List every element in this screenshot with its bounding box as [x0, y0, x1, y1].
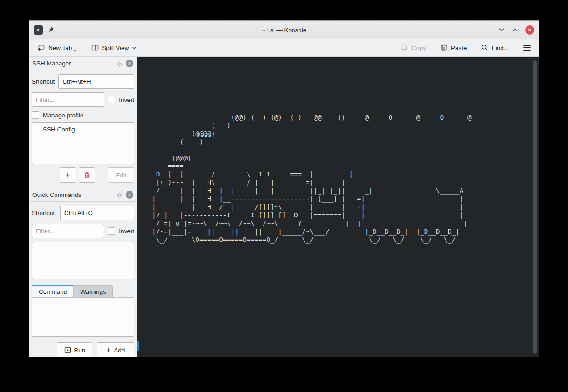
run-button[interactable]: Run: [57, 342, 92, 357]
quick-commands-header[interactable]: Quick Commands ◇ ×: [29, 188, 137, 202]
find-label: Find...: [492, 45, 509, 51]
terminal-pane[interactable]: (@@) ( ) (@) ( ) @@ () @ O @ O @ ( ) (@@…: [137, 57, 539, 357]
split-view-chevron-icon: [132, 46, 137, 50]
terminal-output: (@@) ( ) (@) ( ) @@ () @ O @ O @ ( ) (@@…: [140, 114, 472, 244]
paste-icon: [441, 44, 448, 51]
ssh-manager-header[interactable]: SSH Manager ◇ ×: [29, 57, 137, 70]
tab-warnings[interactable]: Warnings: [74, 285, 113, 297]
new-tab-label: New Tab: [48, 45, 72, 51]
plus-icon: +: [66, 171, 70, 179]
run-label: Run: [74, 347, 86, 354]
new-tab-icon: [37, 44, 45, 51]
minimize-button[interactable]: [498, 28, 505, 32]
plus-icon: +: [106, 346, 111, 354]
ssh-shortcut-input[interactable]: [58, 74, 134, 89]
quick-commands-title: Quick Commands: [32, 191, 113, 198]
konsole-app-icon-glyph: >: [36, 27, 40, 33]
run-icon: [64, 347, 71, 353]
minimize-chevron-icon: [498, 28, 505, 32]
ssh-edit-button[interactable]: Edit: [108, 167, 134, 183]
copy-button[interactable]: Copy: [399, 43, 428, 52]
ssh-invert-checkbox[interactable]: [108, 96, 115, 103]
new-tab-button[interactable]: New Tab: [36, 43, 79, 53]
ssh-filter-input[interactable]: [32, 92, 104, 107]
konsole-app-icon[interactable]: >: [34, 25, 43, 35]
ssh-edit-label: Edit: [116, 172, 126, 179]
maximize-chevron-icon: [512, 28, 519, 32]
qc-panel-close-button[interactable]: ×: [126, 191, 133, 199]
tab-warnings-label: Warnings: [80, 288, 106, 295]
float-panel-icon[interactable]: ◇: [117, 192, 122, 198]
float-panel-icon[interactable]: ◇: [117, 60, 122, 67]
split-view-icon: [91, 44, 99, 51]
screen: > ~ : sl — Konsole: [0, 0, 568, 392]
ssh-config-tree[interactable]: SSH Config: [32, 122, 134, 164]
tab-command[interactable]: Command: [32, 285, 74, 297]
qc-invert-label: Invert: [119, 228, 134, 235]
window-content: SSH Manager ◇ × Shortcut Invert: [29, 57, 539, 357]
copy-label: Copy: [411, 45, 426, 51]
qc-shortcut-input[interactable]: [60, 206, 134, 220]
copy-icon: [401, 44, 408, 51]
titlebar[interactable]: > ~ : sl — Konsole: [29, 21, 539, 39]
tree-item-ssh-config[interactable]: SSH Config: [32, 123, 134, 133]
tree-branch-icon: [36, 126, 41, 130]
trash-icon: [84, 172, 90, 179]
sidebar-scroll-indicator[interactable]: [137, 341, 139, 351]
close-x-icon: [527, 28, 532, 32]
add-command-label: Add: [114, 347, 125, 354]
manage-profile-checkbox[interactable]: [32, 111, 39, 119]
ssh-panel-close-button[interactable]: ×: [126, 60, 133, 67]
menu-button[interactable]: [522, 44, 532, 52]
paste-label: Paste: [451, 45, 467, 51]
maximize-button[interactable]: [512, 28, 519, 32]
ssh-delete-button[interactable]: [79, 167, 95, 183]
ssh-invert-label: Invert: [119, 96, 134, 103]
split-view-button[interactable]: Split View: [90, 43, 138, 52]
quick-commands-panel: Quick Commands ◇ × Shortcut: Invert: [29, 188, 137, 357]
new-tab-dropdown-caret-icon: [73, 50, 77, 52]
qc-shortcut-label: Shortcut:: [32, 210, 56, 216]
terminal-scrollbar-thumb[interactable]: [533, 60, 537, 354]
toolbar: New Tab Split View Copy: [29, 39, 539, 57]
search-icon: [481, 44, 488, 51]
ssh-shortcut-label: Shortcut: [32, 78, 55, 85]
ssh-add-button[interactable]: +: [60, 167, 76, 183]
konsole-window: > ~ : sl — Konsole: [29, 20, 539, 357]
window-title: ~ : sl — Konsole: [29, 27, 539, 34]
hamburger-icon: [523, 45, 531, 51]
pin-icon[interactable]: [47, 26, 55, 34]
add-command-button[interactable]: + Add: [97, 342, 134, 357]
split-view-label: Split View: [102, 45, 129, 51]
ssh-manager-title: SSH Manager: [32, 60, 113, 67]
ssh-manager-panel: SSH Manager ◇ × Shortcut Invert: [29, 57, 137, 183]
find-button[interactable]: Find...: [479, 43, 511, 52]
sidebar: SSH Manager ◇ × Shortcut Invert: [29, 57, 137, 357]
qc-invert-checkbox[interactable]: [108, 227, 115, 235]
manage-profile-label: Manage profile: [43, 112, 83, 119]
tree-item-label: SSH Config: [43, 126, 75, 133]
qc-command-editor[interactable]: [32, 297, 134, 337]
tab-command-label: Command: [39, 288, 67, 295]
qc-tabs: Command Warnings: [32, 285, 134, 297]
paste-button[interactable]: Paste: [439, 43, 469, 52]
close-button[interactable]: [525, 25, 534, 35]
qc-filter-input[interactable]: [32, 224, 104, 238]
qc-command-list[interactable]: [32, 242, 134, 279]
